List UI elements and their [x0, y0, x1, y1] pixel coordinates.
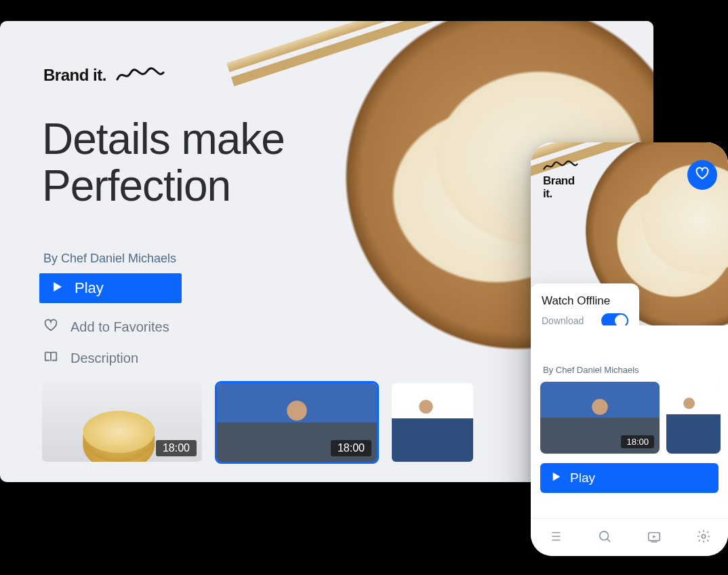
play-label: Play [75, 279, 104, 297]
svg-point-0 [600, 531, 609, 540]
book-icon [43, 349, 58, 368]
page-title: Details make Perfection [42, 116, 285, 210]
brand-label: Brandit. [543, 175, 578, 200]
phone-play-button[interactable]: Play [540, 463, 719, 493]
thumbnail-1[interactable]: 18:00 [42, 383, 202, 462]
video-thumbnails-row: 18:00 18:00 [42, 383, 473, 462]
gear-icon [696, 529, 711, 547]
phone-thumbnail-2[interactable] [666, 382, 721, 454]
duration-badge: 18:00 [621, 435, 654, 448]
nav-list-button[interactable] [546, 528, 565, 547]
description-button[interactable]: Description [43, 349, 138, 368]
byline: By Chef Daniel Michaels [43, 252, 176, 266]
nav-video-button[interactable] [645, 528, 664, 547]
play-icon [52, 279, 64, 297]
search-icon [597, 529, 612, 547]
play-label: Play [570, 471, 595, 485]
nav-search-button[interactable] [595, 528, 614, 547]
brand-row: Brand it. [43, 66, 165, 85]
download-label: Download [542, 315, 584, 325]
nav-settings-button[interactable] [694, 528, 713, 547]
phone-brand: Brandit. [543, 160, 578, 200]
phone-hero: Brandit. Watch Offline Download [531, 142, 728, 325]
play-button[interactable]: Play [39, 273, 182, 303]
phone-thumbnails-row: 18:00 [531, 382, 728, 454]
duration-badge: 18:00 [331, 440, 371, 456]
phone-byline: By Chef Daniel Michaels [531, 325, 728, 382]
video-icon [647, 529, 662, 547]
phone-bottom-nav [531, 518, 728, 556]
download-toggle[interactable] [601, 313, 628, 325]
play-icon [551, 471, 562, 485]
headline-line1: Details make [42, 115, 285, 163]
phone-app-card: Brandit. Watch Offline Download By Chef … [531, 142, 728, 556]
offline-title: Watch Offline [542, 294, 628, 308]
duration-badge: 18:00 [156, 440, 197, 456]
brand-scribble-icon [116, 67, 165, 83]
heart-icon [43, 318, 58, 336]
list-icon [548, 529, 563, 547]
description-label: Description [70, 351, 138, 366]
brand-label: Brand it. [43, 66, 106, 85]
brand-scribble-icon [543, 160, 578, 172]
thumbnail-2[interactable]: 18:00 [217, 383, 377, 462]
thumbnail-3[interactable] [392, 383, 473, 462]
watch-offline-card: Watch Offline Download [531, 283, 639, 325]
headline-line2: Perfection [42, 161, 230, 210]
favorites-label: Add to Favorites [70, 319, 169, 335]
heart-icon [695, 166, 710, 184]
svg-point-2 [702, 534, 706, 538]
phone-thumbnail-1[interactable]: 18:00 [540, 382, 660, 454]
favorite-fab-button[interactable] [687, 160, 717, 190]
add-to-favorites-button[interactable]: Add to Favorites [43, 318, 169, 336]
